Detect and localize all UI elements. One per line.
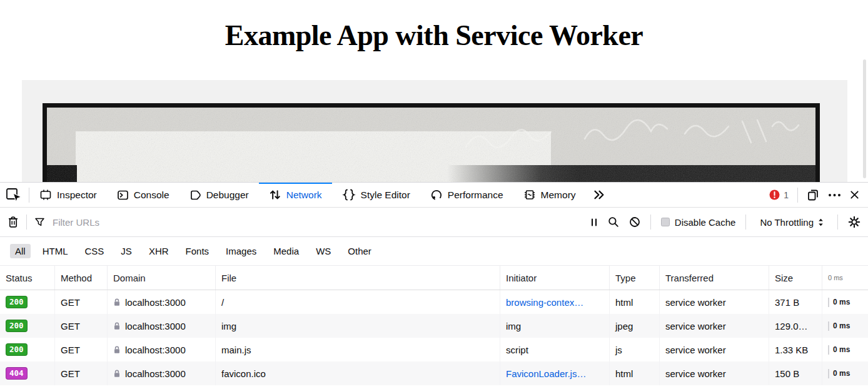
error-count: 1 (784, 190, 789, 200)
method-cell: GET (55, 314, 108, 338)
photo-dark-region (447, 165, 820, 182)
file-cell: img (216, 314, 500, 338)
file-cell: favicon.ico (216, 361, 500, 385)
console-icon (117, 189, 129, 201)
column-header-type[interactable]: Type (610, 266, 660, 290)
domain-cell: localhost:3000 (108, 338, 216, 361)
toolbar-right-controls: 1 (769, 188, 868, 203)
error-icon (769, 189, 780, 200)
inspector-icon (39, 189, 52, 201)
waterfall-tick (828, 345, 829, 355)
devtools-tab-console[interactable]: Console (107, 183, 179, 207)
transferred-cell: service worker (660, 314, 769, 338)
type-filter-xhr[interactable]: XHR (144, 244, 174, 258)
chevron-double-right-icon[interactable] (586, 189, 612, 200)
transferred-cell: service worker (660, 338, 769, 361)
initiator-cell[interactable]: img (500, 314, 610, 338)
devtools-panel: Inspector Console Debugger Network Style… (0, 182, 868, 389)
throttling-value: No Throttling (760, 217, 814, 228)
domain-cell: localhost:3000 (108, 361, 216, 385)
type-filter-all[interactable]: All (10, 244, 31, 258)
type-cell: html (610, 361, 660, 385)
performance-icon (430, 189, 443, 201)
disable-cache-checkbox[interactable] (661, 218, 670, 226)
browser-screen: Example App with Service Worker (0, 0, 868, 389)
column-header-size[interactable]: Size (769, 266, 822, 290)
column-header-transferred[interactable]: Transferred (660, 266, 769, 290)
trash-icon[interactable] (8, 216, 19, 228)
disable-cache-control[interactable]: Disable Cache (661, 217, 736, 228)
initiator-cell[interactable]: browsing-contex… (500, 290, 610, 314)
type-cell: jpeg (610, 314, 660, 338)
devtools-tab-network[interactable]: Network (259, 183, 332, 207)
block-icon[interactable] (629, 216, 640, 228)
initiator-cell[interactable]: script (500, 338, 610, 361)
updown-arrows-icon (818, 218, 824, 226)
column-header-file[interactable]: File (216, 266, 500, 290)
filter-left (8, 215, 583, 230)
toolbar-divider (797, 188, 798, 203)
status-badge: 404 (6, 367, 28, 380)
devtools-tab-style-editor[interactable]: Style Editor (332, 183, 420, 207)
network-icon (269, 189, 281, 201)
lock-icon (113, 321, 121, 330)
timeline-cell: 0 ms (822, 290, 868, 314)
column-header-timeline[interactable]: 0 ms (822, 266, 868, 290)
type-filter-html[interactable]: HTML (38, 244, 73, 258)
transferred-cell: service worker (660, 361, 769, 385)
search-icon[interactable] (608, 216, 619, 228)
file-cell: main.js (216, 338, 500, 361)
network-request-row[interactable]: 200 GET localhost:3000 main.js script js… (0, 338, 868, 361)
column-header-domain[interactable]: Domain (108, 266, 216, 290)
disable-cache-label: Disable Cache (675, 217, 736, 228)
funnel-icon (34, 217, 45, 228)
close-icon[interactable] (850, 190, 859, 200)
style-editor-icon (342, 189, 356, 201)
devtools-tab-performance[interactable]: Performance (420, 183, 513, 207)
responsive-design-mode-icon[interactable] (807, 189, 819, 201)
status-badge: 200 (6, 320, 28, 332)
filter-urls-input[interactable] (53, 217, 583, 228)
column-header-initiator[interactable]: Initiator (500, 266, 610, 290)
throttling-select[interactable]: No Throttling (756, 217, 827, 228)
devtools-tab-inspector[interactable]: Inspector (29, 183, 107, 207)
type-filter-ws[interactable]: WS (311, 244, 336, 258)
column-header-method[interactable]: Method (55, 266, 108, 290)
page-title: Example App with Service Worker (0, 0, 868, 52)
table-rows: 200 GET localhost:3000 / browsing-contex… (0, 290, 868, 385)
file-cell: / (216, 290, 500, 314)
size-cell: 371 B (769, 290, 822, 314)
devtools-tab-debugger[interactable]: Debugger (179, 183, 259, 207)
type-filter-fonts[interactable]: Fonts (181, 244, 214, 258)
network-request-row[interactable]: 200 GET localhost:3000 img img jpeg serv… (0, 314, 868, 338)
method-cell: GET (55, 338, 108, 361)
type-filter-images[interactable]: Images (221, 244, 261, 258)
pick-element-icon[interactable] (0, 183, 29, 207)
network-request-row[interactable]: 404 GET localhost:3000 favicon.ico Favic… (0, 361, 868, 385)
devtools-toolbar: Inspector Console Debugger Network Style… (0, 183, 868, 208)
meatball-menu-icon[interactable] (828, 193, 841, 197)
type-filter-js[interactable]: JS (116, 244, 137, 258)
filterbar-divider (745, 215, 746, 230)
column-header-status[interactable]: Status (0, 266, 55, 290)
error-counter[interactable]: 1 (769, 189, 789, 200)
network-filter-bar: Disable Cache No Throttling (0, 208, 868, 237)
network-settings-gear-icon[interactable] (848, 216, 860, 228)
lock-icon (113, 298, 121, 306)
devtools-tab-memory[interactable]: Memory (513, 183, 586, 207)
timeline-cell: 0 ms (822, 361, 868, 385)
initiator-cell[interactable]: FaviconLoader.js… (500, 361, 610, 385)
method-cell: GET (55, 361, 108, 385)
type-filter-media[interactable]: Media (268, 244, 304, 258)
status-badge: 200 (6, 343, 28, 356)
timeline-cell: 0 ms (822, 338, 868, 361)
status-badge: 200 (6, 296, 28, 308)
page-scrollbar[interactable] (863, 59, 866, 178)
type-filter-other[interactable]: Other (343, 244, 376, 258)
type-filter-css[interactable]: CSS (80, 244, 109, 258)
pause-icon[interactable] (590, 218, 598, 227)
network-request-row[interactable]: 200 GET localhost:3000 / browsing-contex… (0, 290, 868, 314)
filterbar-divider (26, 215, 27, 230)
debugger-icon (189, 189, 201, 201)
transferred-cell: service worker (660, 290, 769, 314)
